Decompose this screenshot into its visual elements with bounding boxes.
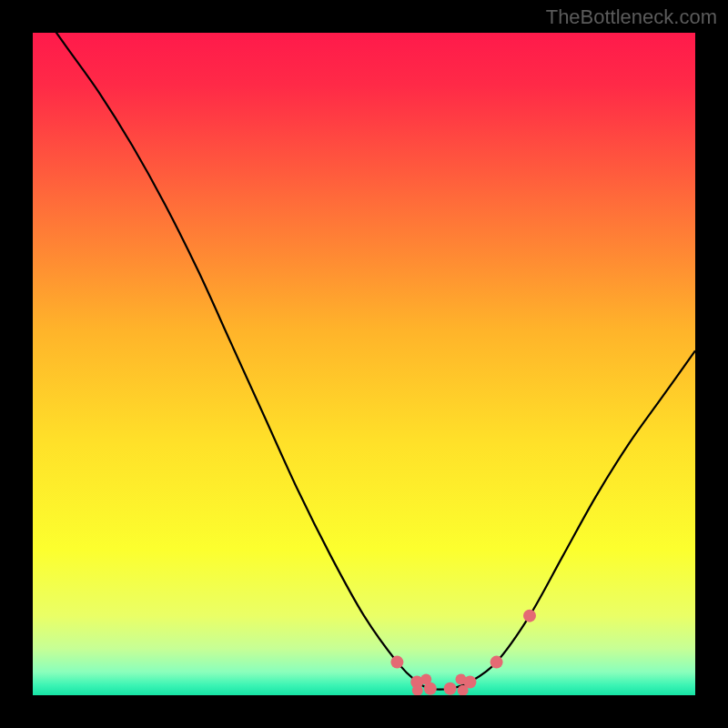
watermark-text: TheBottleneck.com — [546, 5, 717, 29]
curve-dot — [455, 673, 466, 684]
curve-dot — [490, 656, 503, 669]
curve-dot — [390, 656, 403, 669]
chart-background — [33, 33, 695, 695]
chart-svg — [33, 33, 695, 695]
chart-frame — [33, 33, 695, 695]
curve-dot — [420, 673, 431, 684]
curve-dot — [523, 610, 536, 622]
curve-dot — [444, 682, 457, 695]
